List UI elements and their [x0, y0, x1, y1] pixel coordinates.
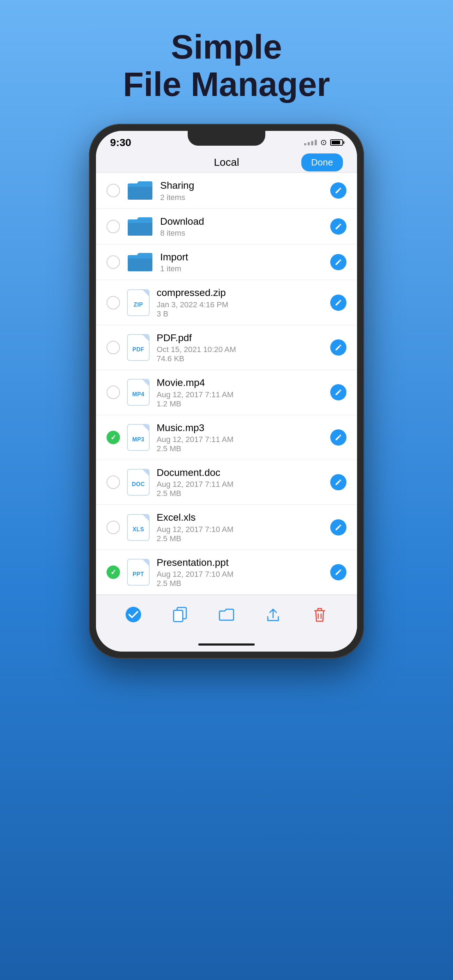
- file-icon: XLS: [127, 514, 149, 541]
- file-info: Excel.xlsAug 12, 2017 7:10 AM2.5 MB: [157, 511, 323, 543]
- file-name: Document.doc: [157, 466, 323, 479]
- file-type-label: PDF: [132, 347, 144, 353]
- checkbox[interactable]: [106, 565, 120, 579]
- signal-icon: [304, 140, 317, 145]
- file-meta: 1 item: [160, 264, 323, 274]
- file-meta: 8 items: [160, 229, 323, 238]
- svg-rect-2: [173, 610, 183, 622]
- edit-button[interactable]: [330, 182, 347, 199]
- file-meta: Aug 12, 2017 7:11 AM1.2 MB: [157, 390, 323, 409]
- file-info: Movie.mp4Aug 12, 2017 7:11 AM1.2 MB: [157, 376, 323, 408]
- file-icon: MP4: [127, 379, 149, 406]
- checkbox[interactable]: [106, 431, 120, 444]
- file-name: Import: [160, 251, 323, 264]
- status-icons: ⊙: [304, 138, 343, 147]
- file-info: Presentation.pptAug 12, 2017 7:10 AM2.5 …: [157, 556, 323, 588]
- checkbox[interactable]: [106, 476, 120, 489]
- file-list: Sharing2 items Download8 items Import1 i…: [96, 173, 357, 595]
- list-item[interactable]: ZIPcompressed.zipJan 3, 2022 4:16 PM3 B: [96, 280, 357, 325]
- edit-button[interactable]: [330, 474, 347, 490]
- file-type-label: DOC: [132, 481, 145, 488]
- edit-button[interactable]: [330, 564, 347, 580]
- file-info: Import1 item: [160, 251, 323, 274]
- list-item[interactable]: PDFPDF.pdfOct 15, 2021 10:20 AM74.6 KB: [96, 325, 357, 370]
- list-item[interactable]: MP3Music.mp3Aug 12, 2017 7:11 AM2.5 MB: [96, 415, 357, 460]
- file-name: PDF.pdf: [157, 332, 323, 344]
- checkbox[interactable]: [106, 386, 120, 399]
- folder-icon: [127, 180, 153, 201]
- file-icon: PDF: [127, 334, 149, 361]
- file-name: Movie.mp4: [157, 376, 323, 389]
- file-name: compressed.zip: [157, 286, 323, 299]
- file-type-label: MP3: [132, 436, 144, 443]
- file-info: Sharing2 items: [160, 179, 323, 202]
- file-meta: Aug 12, 2017 7:11 AM2.5 MB: [157, 480, 323, 498]
- file-meta: Aug 12, 2017 7:11 AM2.5 MB: [157, 435, 323, 453]
- list-item[interactable]: XLSExcel.xlsAug 12, 2017 7:10 AM2.5 MB: [96, 505, 357, 550]
- checkbox[interactable]: [106, 521, 120, 534]
- file-type-label: ZIP: [134, 302, 143, 308]
- move-button[interactable]: [214, 602, 239, 627]
- folder-icon: [127, 216, 153, 237]
- nav-title: Local: [214, 156, 239, 168]
- list-item[interactable]: DOCDocument.docAug 12, 2017 7:11 AM2.5 M…: [96, 460, 357, 505]
- file-name: Music.mp3: [157, 422, 323, 434]
- list-item[interactable]: Download8 items: [96, 209, 357, 245]
- bottom-toolbar: [96, 595, 357, 638]
- file-name: Presentation.ppt: [157, 556, 323, 569]
- checkbox[interactable]: [106, 341, 120, 354]
- file-name: Download: [160, 215, 323, 228]
- list-item[interactable]: Sharing2 items: [96, 173, 357, 208]
- list-item[interactable]: MP4Movie.mp4Aug 12, 2017 7:11 AM1.2 MB: [96, 370, 357, 415]
- edit-button[interactable]: [330, 218, 347, 235]
- list-item[interactable]: Import1 item: [96, 245, 357, 280]
- edit-button[interactable]: [330, 339, 347, 356]
- file-type-label: XLS: [133, 527, 144, 533]
- file-icon: ZIP: [127, 289, 149, 316]
- folder-icon: [127, 251, 153, 273]
- file-icon: PPT: [127, 559, 149, 585]
- edit-button[interactable]: [330, 254, 347, 270]
- select-all-button[interactable]: [121, 602, 146, 627]
- home-indicator: [96, 638, 357, 652]
- edit-button[interactable]: [330, 294, 347, 311]
- nav-bar: Local Done: [96, 152, 357, 173]
- app-title: SimpleFile Manager: [123, 28, 330, 103]
- done-button[interactable]: Done: [301, 153, 343, 172]
- file-info: PDF.pdfOct 15, 2021 10:20 AM74.6 KB: [157, 332, 323, 363]
- phone-shell: 9:30 ⊙ Local Done Sharing2 items: [89, 124, 364, 659]
- file-meta: Jan 3, 2022 4:16 PM3 B: [157, 300, 323, 318]
- checkbox[interactable]: [106, 220, 120, 233]
- file-icon: DOC: [127, 469, 149, 496]
- battery-icon: [330, 139, 343, 146]
- edit-button[interactable]: [330, 519, 347, 536]
- file-meta: Aug 12, 2017 7:10 AM2.5 MB: [157, 525, 323, 543]
- file-meta: Oct 15, 2021 10:20 AM74.6 KB: [157, 345, 323, 363]
- wifi-icon: ⊙: [320, 138, 327, 147]
- checkbox[interactable]: [106, 184, 120, 197]
- file-info: Music.mp3Aug 12, 2017 7:11 AM2.5 MB: [157, 422, 323, 453]
- checkbox[interactable]: [106, 255, 120, 269]
- file-type-label: PPT: [133, 571, 144, 578]
- notch: [188, 131, 265, 146]
- file-meta: Aug 12, 2017 7:10 AM2.5 MB: [157, 570, 323, 588]
- file-info: Download8 items: [160, 215, 323, 238]
- edit-button[interactable]: [330, 384, 347, 400]
- file-name: Excel.xls: [157, 511, 323, 524]
- checkbox[interactable]: [106, 296, 120, 309]
- edit-button[interactable]: [330, 430, 347, 445]
- list-item[interactable]: PPTPresentation.pptAug 12, 2017 7:10 AM2…: [96, 550, 357, 595]
- file-meta: 2 items: [160, 193, 323, 202]
- file-name: Sharing: [160, 179, 323, 192]
- file-icon: MP3: [127, 424, 149, 451]
- status-time: 9:30: [110, 137, 131, 148]
- file-info: compressed.zipJan 3, 2022 4:16 PM3 B: [157, 286, 323, 318]
- share-button[interactable]: [261, 602, 285, 627]
- svg-point-0: [126, 607, 141, 622]
- file-type-label: MP4: [132, 391, 144, 398]
- copy-button[interactable]: [168, 602, 192, 627]
- file-info: Document.docAug 12, 2017 7:11 AM2.5 MB: [157, 466, 323, 498]
- delete-button[interactable]: [307, 602, 332, 627]
